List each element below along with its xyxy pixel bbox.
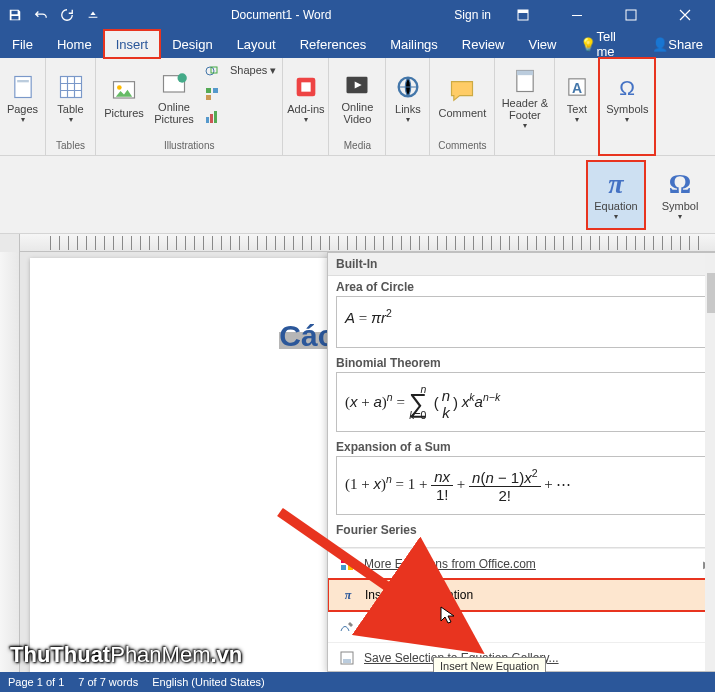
close-icon[interactable] [663,0,707,30]
svg-point-11 [206,67,214,75]
smartart-icon[interactable] [200,83,224,105]
redo-icon[interactable] [56,4,78,26]
undo-icon[interactable] [30,4,52,26]
eq-expansion-sum[interactable]: Expansion of a Sum (1 + x)n = 1 + nx1! +… [328,436,715,519]
menu-ink-equation[interactable]: Ink Equation [328,611,715,642]
tab-layout[interactable]: Layout [225,30,288,58]
group-illustrations: Illustrations [164,140,215,153]
eq-fourier-series[interactable]: Fourier Series [328,519,715,543]
eq-area-of-circle[interactable]: Area of Circle A = πr2 [328,276,715,352]
svg-rect-20 [301,82,310,91]
online-video-button[interactable]: Online Video [333,60,381,136]
minimize-icon[interactable] [555,0,599,30]
tab-design[interactable]: Design [160,30,224,58]
menu-label: Insert New Equation [365,588,473,602]
equation-button[interactable]: πEquation▾ [587,161,645,229]
chart-icon[interactable] [200,106,224,128]
ribbon-tabs: File Home Insert Design Layout Reference… [0,30,715,58]
svg-rect-33 [343,659,351,663]
statusbar: Page 1 of 1 7 of 7 words English (United… [0,672,715,692]
svg-text:A: A [572,79,582,95]
document-area: Cách viết p Thut Built-In Area of Circle… [0,252,715,672]
table-button[interactable]: Table▾ [47,60,95,136]
text-button[interactable]: AText▾ [553,60,601,136]
shapes-button[interactable] [200,60,224,82]
save-selection-icon [338,649,356,667]
status-page[interactable]: Page 1 of 1 [8,676,64,688]
svg-rect-17 [210,114,213,123]
tab-review[interactable]: Review [450,30,517,58]
symbols-button[interactable]: ΩSymbols▾ [599,60,655,136]
header-footer-button[interactable]: Header & Footer▾ [497,60,553,136]
svg-rect-18 [214,111,217,123]
tooltip: Insert New Equation [433,657,546,672]
status-lang[interactable]: English (United States) [152,676,265,688]
equation-dropdown: Built-In Area of Circle A = πr2 Binomial… [327,252,715,672]
svg-rect-30 [341,565,346,570]
menu-label: More Equations from Office.com [364,557,536,571]
titlebar: Document1 - Word Sign in [0,0,715,30]
eq-binomial-theorem[interactable]: Binomial Theorem (x + a)n = ∑k=0n (nk) x… [328,352,715,436]
dropdown-header: Built-In [328,253,715,276]
maximize-icon[interactable] [609,0,653,30]
ruler [0,234,715,252]
ribbon: Pages▾ Table▾ Tables Pictures Online Pic… [0,58,715,156]
title-right: Sign in [454,0,715,30]
signin-link[interactable]: Sign in [454,8,491,22]
shapes-label: Shapes ▾ [228,60,278,77]
tab-references[interactable]: References [288,30,378,58]
symbol-button[interactable]: ΩSymbol▾ [651,161,709,229]
pages-button[interactable]: Pages▾ [0,60,47,136]
menu-label: Ink Equation [364,620,431,634]
svg-rect-3 [626,10,636,20]
tab-file[interactable]: File [0,30,45,58]
svg-rect-6 [60,76,81,97]
svg-point-10 [178,73,187,82]
tab-share[interactable]: 👤 Share [640,30,715,58]
tab-home[interactable]: Home [45,30,104,58]
pictures-button[interactable]: Pictures [100,60,148,136]
online-pictures-button[interactable]: Online Pictures [150,60,198,136]
qat-customize-icon[interactable] [82,4,104,26]
symbols-flyout: πEquation▾ ΩSymbol▾ [0,156,715,234]
watermark: ThuThuatPhanMem.vn [10,642,242,668]
tab-insert[interactable]: Insert [104,30,161,58]
tab-view[interactable]: View [516,30,568,58]
window-title: Document1 - Word [108,8,454,22]
ribbon-options-icon[interactable] [501,0,545,30]
svg-point-8 [117,85,122,90]
cursor-icon [440,606,456,626]
group-comments: Comments [438,140,486,153]
svg-rect-1 [518,10,528,13]
status-words[interactable]: 7 of 7 words [78,676,138,688]
svg-rect-15 [206,95,211,100]
comment-button[interactable]: Comment [434,60,490,136]
tab-mailings[interactable]: Mailings [378,30,450,58]
svg-rect-13 [206,88,211,93]
menu-more-equations[interactable]: More Equations from Office.com ▶ [328,548,715,579]
svg-rect-24 [517,70,533,75]
svg-rect-29 [348,558,353,563]
tab-tellme[interactable]: 💡 Tell me [568,30,640,58]
pi-icon: π [339,586,357,604]
menu-insert-new-equation[interactable]: π Insert New Equation [328,579,715,611]
dropdown-scrollbar[interactable] [705,253,715,671]
svg-rect-5 [17,80,29,82]
svg-rect-14 [213,88,218,93]
group-media: Media [344,140,371,153]
svg-rect-16 [206,117,209,123]
svg-rect-2 [572,15,582,16]
office-icon [338,555,356,573]
quick-access-toolbar [0,4,108,26]
vertical-ruler [0,252,20,672]
ink-icon [338,618,356,636]
svg-rect-4 [14,76,30,97]
addins-button[interactable]: Add-ins▾ [282,60,330,136]
svg-rect-31 [348,565,353,570]
svg-text:Ω: Ω [620,76,636,99]
svg-rect-28 [341,558,346,563]
links-button[interactable]: Links▾ [384,60,432,136]
group-tables: Tables [56,140,85,153]
save-icon[interactable] [4,4,26,26]
